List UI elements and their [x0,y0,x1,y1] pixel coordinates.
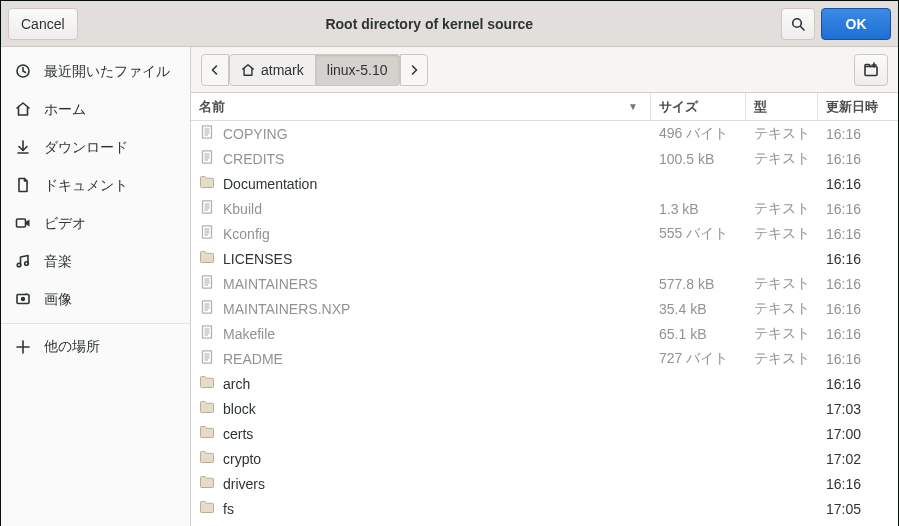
svg-rect-32 [203,226,212,238]
file-name: Kconfig [223,226,270,242]
columns-header: 名前 ▼ サイズ 型 更新日時 [191,93,898,121]
file-row[interactable]: block17:03 [191,396,898,421]
svg-rect-17 [203,126,212,138]
column-header-date[interactable]: 更新日時 [818,93,898,120]
column-header-size[interactable]: サイズ [651,93,746,120]
file-row[interactable]: CREDITS100.5 kBテキスト16:16 [191,146,898,171]
file-name: fs [223,501,234,517]
svg-rect-27 [203,201,212,213]
file-icon [199,274,215,293]
new-folder-button[interactable] [854,54,888,86]
file-row[interactable]: README727 バイトテキスト16:16 [191,346,898,371]
file-row[interactable]: Documentation16:16 [191,171,898,196]
chevron-right-icon [408,64,420,76]
file-type: テキスト [746,150,818,168]
sidebar-item-2[interactable]: ダウンロード [1,129,190,167]
chevron-left-icon [209,64,221,76]
file-size: 577.8 kB [651,276,746,292]
new-folder-icon [863,62,879,78]
sidebar-item-label: ドキュメント [44,177,128,195]
path-segment-0[interactable]: atmark [229,54,316,86]
file-row[interactable]: Makefile65.1 kBテキスト16:16 [191,321,898,346]
folder-icon [199,449,215,468]
svg-rect-11 [25,293,28,295]
path-segments: atmarklinux-5.10 [201,54,428,86]
file-icon [199,349,215,368]
file-icon [199,299,215,318]
file-type: テキスト [746,275,818,293]
sidebar-item-label: 他の場所 [44,338,100,356]
file-name: drivers [223,476,265,492]
documents-icon [15,177,31,196]
file-date: 16:16 [818,201,898,217]
file-icon [199,124,215,143]
column-header-type[interactable]: 型 [746,93,818,120]
file-size: 100.5 kB [651,151,746,167]
search-icon [790,16,806,32]
download-icon [15,139,31,158]
videos-icon [15,215,31,234]
sidebar-item-3[interactable]: ドキュメント [1,167,190,205]
file-row[interactable]: drivers16:16 [191,471,898,496]
file-date: 16:16 [818,151,898,167]
file-name: COPYING [223,126,288,142]
file-icon [199,324,215,343]
svg-point-10 [21,296,25,300]
file-type: テキスト [746,300,818,318]
sidebar-item-5[interactable]: 音楽 [1,243,190,281]
file-icon [199,224,215,243]
file-row[interactable]: fs17:05 [191,496,898,521]
file-row[interactable]: certs17:00 [191,421,898,446]
sidebar-item-label: ダウンロード [44,139,128,157]
main-area: 最近開いたファイルホームダウンロードドキュメントビデオ音楽画像 他の場所 atm… [1,47,898,526]
sidebar-item-0[interactable]: 最近開いたファイル [1,53,190,91]
file-row[interactable]: Kbuild1.3 kBテキスト16:16 [191,196,898,221]
sidebar-item-other-locations[interactable]: 他の場所 [1,328,190,366]
file-name: Kbuild [223,201,262,217]
file-row[interactable]: MAINTAINERS577.8 kBテキスト16:16 [191,271,898,296]
path-back-button[interactable] [201,54,229,86]
file-date: 16:16 [818,301,898,317]
file-row[interactable]: arch16:16 [191,371,898,396]
sidebar-item-1[interactable]: ホーム [1,91,190,129]
path-forward-button[interactable] [400,54,428,86]
svg-rect-37 [203,276,212,288]
sidebar-item-label: ビデオ [44,215,86,233]
sidebar-item-6[interactable]: 画像 [1,281,190,319]
content-pane: atmarklinux-5.10 名前 ▼ サイズ 型 更新日時 COPYING… [191,47,898,526]
file-row[interactable]: LICENSES16:16 [191,246,898,271]
recent-icon [15,63,31,82]
file-listing[interactable]: COPYING496 バイトテキスト16:16CREDITS100.5 kBテキ… [191,121,898,526]
svg-point-7 [17,263,21,267]
file-type: テキスト [746,200,818,218]
cancel-button[interactable]: Cancel [8,8,78,40]
file-size: 65.1 kB [651,326,746,342]
path-segment-1[interactable]: linux-5.10 [316,54,400,86]
path-segment-label: atmark [261,62,304,78]
file-row[interactable]: MAINTAINERS.NXP35.4 kBテキスト16:16 [191,296,898,321]
places-sidebar: 最近開いたファイルホームダウンロードドキュメントビデオ音楽画像 他の場所 [1,47,191,526]
file-name: MAINTAINERS [223,276,318,292]
sidebar-separator [1,323,190,324]
file-date: 17:05 [818,501,898,517]
file-row[interactable]: COPYING496 バイトテキスト16:16 [191,121,898,146]
headerbar: Cancel Root directory of kernel source O… [1,1,898,47]
file-date: 17:02 [818,451,898,467]
file-row[interactable]: crypto17:02 [191,446,898,471]
folder-icon [199,399,215,418]
ok-button[interactable]: OK [821,8,891,40]
search-button[interactable] [781,8,815,40]
file-name: CREDITS [223,151,284,167]
column-header-name-label: 名前 [199,98,225,116]
folder-icon [199,374,215,393]
file-icon [199,149,215,168]
column-header-name[interactable]: 名前 ▼ [191,93,651,120]
file-date: 17:00 [818,426,898,442]
svg-rect-52 [203,351,212,363]
file-date: 16:16 [818,376,898,392]
music-icon [15,253,31,272]
file-row[interactable]: Kconfig555 バイトテキスト16:16 [191,221,898,246]
sidebar-item-4[interactable]: ビデオ [1,205,190,243]
file-date: 17:03 [818,401,898,417]
sort-indicator-desc-icon: ▼ [628,101,638,112]
